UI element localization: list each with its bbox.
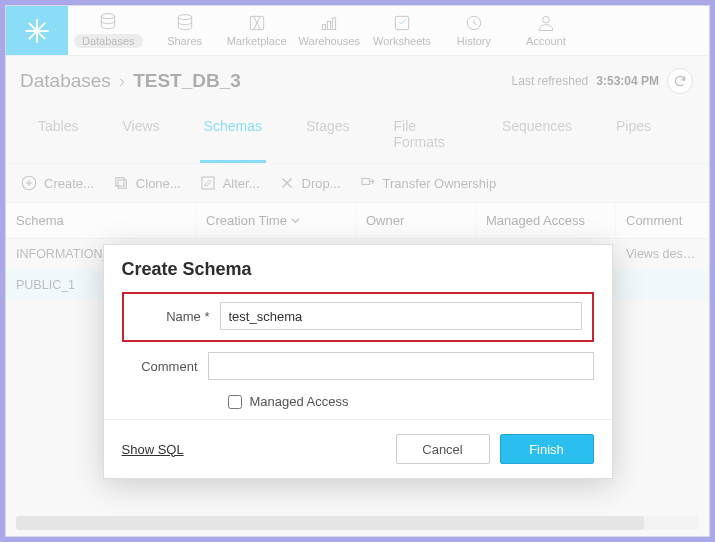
- name-highlight-box: Name *: [122, 292, 594, 342]
- comment-row: Comment: [122, 352, 594, 380]
- comment-input[interactable]: [208, 352, 594, 380]
- managed-access-row: Managed Access: [228, 394, 594, 409]
- name-input[interactable]: [220, 302, 582, 330]
- create-schema-modal: Create Schema Name * Comment Managed Acc…: [103, 244, 613, 479]
- managed-access-label: Managed Access: [250, 394, 349, 409]
- show-sql-link[interactable]: Show SQL: [122, 442, 184, 457]
- modal-footer: Show SQL Cancel Finish: [104, 419, 612, 478]
- finish-button[interactable]: Finish: [500, 434, 594, 464]
- comment-label: Comment: [122, 359, 198, 374]
- name-label: Name *: [134, 309, 210, 324]
- cancel-button[interactable]: Cancel: [396, 434, 490, 464]
- name-row: Name *: [134, 302, 582, 330]
- managed-access-checkbox[interactable]: [228, 395, 242, 409]
- app-frame: Databases Shares Marketplace Warehouses …: [5, 5, 710, 537]
- modal-title: Create Schema: [104, 245, 612, 286]
- modal-overlay: Create Schema Name * Comment Managed Acc…: [6, 6, 709, 536]
